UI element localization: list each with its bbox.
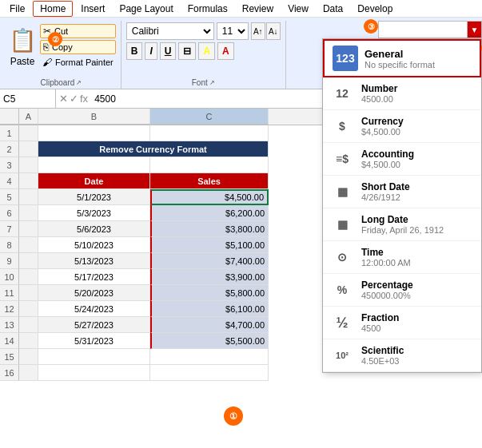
number-format-dropdown: ④ 123 General No specific format 12 Numb… — [322, 38, 482, 373]
cell-c6[interactable]: $6,200.00 — [150, 205, 269, 221]
cell-a15[interactable] — [19, 349, 38, 365]
font-color-button[interactable]: A — [217, 42, 234, 60]
font-expand-icon[interactable]: ↗ — [209, 79, 215, 86]
cell-c13[interactable]: $4,700.00 — [150, 317, 269, 333]
menu-home[interactable]: Home — [33, 1, 73, 17]
cell-b7[interactable]: 5/6/2023 — [38, 221, 150, 237]
cell-c4[interactable]: Sales — [150, 173, 269, 189]
nf-item-time[interactable]: ⊙ Time 12:00:00 AM — [323, 241, 481, 274]
cell-c9[interactable]: $7,400.00 — [150, 253, 269, 269]
cell-c3[interactable] — [150, 157, 269, 173]
cell-c14[interactable]: $5,500.00 — [150, 333, 269, 349]
confirm-formula-icon[interactable]: ✓ — [70, 93, 78, 105]
format-painter-button[interactable]: 🖌 Format Painter — [40, 56, 116, 69]
cell-a5[interactable] — [19, 189, 38, 205]
cell-b16[interactable] — [38, 365, 150, 381]
cell-b8[interactable]: 5/10/2023 — [38, 237, 150, 253]
nf-item-short-date[interactable]: ▦ Short Date 4/26/1912 — [323, 176, 481, 208]
cell-b6[interactable]: 5/3/2023 — [38, 205, 150, 221]
cell-b14[interactable]: 5/31/2023 — [38, 333, 150, 349]
underline-button[interactable]: U — [160, 42, 177, 60]
font-size-select[interactable]: 11 — [217, 22, 249, 40]
cell-c7[interactable]: $3,800.00 — [150, 221, 269, 237]
cell-b2[interactable]: Remove Currency Format — [38, 141, 269, 157]
nf-item-percentage[interactable]: % Percentage 450000.00% — [323, 274, 481, 307]
highlight-button[interactable]: A — [198, 42, 215, 60]
cell-a10[interactable] — [19, 269, 38, 285]
cell-a16[interactable] — [19, 365, 38, 381]
cell-a6[interactable] — [19, 205, 38, 221]
cell-c12[interactable]: $6,100.00 — [150, 301, 269, 317]
nf-icon-scientific: 10² — [331, 344, 353, 367]
menu-file[interactable]: File — [3, 2, 31, 16]
font-name-select[interactable]: Calibri — [126, 22, 214, 40]
cell-c8[interactable]: $5,100.00 — [150, 237, 269, 253]
cell-a7[interactable] — [19, 221, 38, 237]
nf-item-accounting[interactable]: ≡$ Accounting $4,500.00 — [323, 143, 481, 176]
cell-b3[interactable] — [38, 157, 150, 173]
cell-b9[interactable]: 5/13/2023 — [38, 253, 150, 269]
menu-data[interactable]: Data — [317, 2, 349, 16]
font-decrease-button[interactable]: A↓ — [266, 22, 281, 40]
nf-item-number[interactable]: 12 Number 4500.00 — [323, 77, 481, 110]
cell-b13[interactable]: 5/27/2023 — [38, 317, 150, 333]
paste-icon: 📋 — [10, 24, 35, 56]
nf-item-long-date[interactable]: ▦ Long Date Friday, April 26, 1912 — [323, 208, 481, 241]
cell-a3[interactable] — [19, 157, 38, 173]
nf-item-fraction[interactable]: ½ Fraction 4500 — [323, 307, 481, 339]
cell-a8[interactable] — [19, 237, 38, 253]
number-format-combo[interactable]: ▼ — [378, 21, 482, 38]
row-number-16: 16 — [0, 365, 19, 381]
menu-view[interactable]: View — [281, 2, 315, 16]
number-format-header[interactable]: 123 General No specific format — [323, 39, 481, 77]
cell-reference-box[interactable]: C5 — [0, 89, 56, 108]
menu-formulas[interactable]: Formulas — [181, 2, 234, 16]
cell-c15[interactable] — [150, 349, 269, 365]
cell-a4[interactable] — [19, 173, 38, 189]
insert-function-icon[interactable]: fx — [80, 93, 88, 105]
menu-develop[interactable]: Develop — [351, 2, 399, 16]
nf-item-currency[interactable]: $ Currency $4,500.00 — [323, 110, 481, 143]
cell-a9[interactable] — [19, 253, 38, 269]
nf-item-scientific[interactable]: 10² Scientific 4.50E+03 — [323, 339, 481, 372]
cell-c1[interactable] — [150, 125, 269, 141]
cell-a12[interactable] — [19, 301, 38, 317]
number-format-dropdown-btn[interactable]: ▼ — [467, 22, 481, 38]
cell-c16[interactable] — [150, 365, 269, 381]
corner-cell — [0, 109, 19, 125]
cell-b12[interactable]: 5/24/2023 — [38, 301, 150, 317]
nf-text-long date: Long Date Friday, April 26, 1912 — [361, 214, 444, 235]
cell-b10[interactable]: 5/17/2023 — [38, 269, 150, 285]
font-increase-button[interactable]: A↑ — [251, 22, 265, 40]
menu-page-layout[interactable]: Page Layout — [113, 2, 179, 16]
row-number-9: 9 — [0, 253, 19, 269]
cell-a14[interactable] — [19, 333, 38, 349]
cell-b11[interactable]: 5/20/2023 — [38, 285, 150, 301]
cell-b5[interactable]: 5/1/2023 — [38, 189, 150, 205]
format-painter-icon: 🖌 — [42, 57, 52, 68]
menu-insert[interactable]: Insert — [74, 2, 111, 16]
menu-review[interactable]: Review — [236, 2, 280, 16]
row-number-13: 13 — [0, 317, 19, 333]
cell-a11[interactable] — [19, 285, 38, 301]
clipboard-expand-icon[interactable]: ↗ — [76, 79, 82, 86]
number-format-area: ③ ▼ ④ 123 General No specific format — [378, 21, 482, 38]
ribbon: 📋 Paste ✂ Cut ⎘ Copy 🖌 Format Painter C — [0, 18, 482, 89]
cell-b1[interactable] — [38, 125, 150, 141]
cell-b15[interactable] — [38, 349, 150, 365]
bold-button[interactable]: B — [126, 42, 143, 60]
cell-a2[interactable] — [19, 141, 38, 157]
cell-a13[interactable] — [19, 317, 38, 333]
row-number-2: 2 — [0, 141, 19, 157]
cell-c5[interactable]: $4,500.00 — [150, 189, 269, 205]
cell-c10[interactable]: $3,900.00 — [150, 269, 269, 285]
cell-b4[interactable]: Date — [38, 173, 150, 189]
italic-button[interactable]: I — [145, 42, 157, 60]
border-button[interactable]: ⊟ — [178, 42, 196, 60]
annotation-3: ③ — [364, 19, 378, 34]
font-label: Font ↗ — [126, 77, 281, 87]
cell-a1[interactable] — [19, 125, 38, 141]
cell-c11[interactable]: $5,800.00 — [150, 285, 269, 301]
paste-button[interactable]: 📋 Paste — [6, 22, 38, 77]
cancel-formula-icon[interactable]: ✕ — [59, 93, 68, 105]
